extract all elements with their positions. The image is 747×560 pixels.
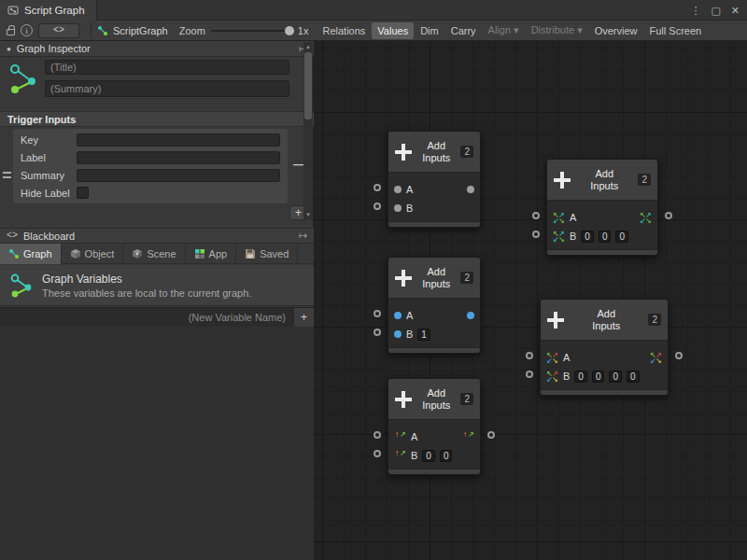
label-input[interactable]	[77, 151, 280, 164]
node-add-inputs[interactable]: Add Inputs 2 A B	[388, 131, 481, 228]
node-add-inputs[interactable]: Add Inputs 2 ↖↗↙↘ A ↖↗↙↘ ↖↗↙↘ B 0 0 0	[546, 159, 658, 256]
input-port-ring[interactable]	[374, 431, 381, 439]
scroll-up-icon[interactable]: ▲	[303, 42, 313, 51]
tab-saved[interactable]: Saved	[236, 244, 298, 264]
align-dropdown-button[interactable]: Align ▾	[483, 21, 525, 39]
output-port-ring[interactable]	[665, 212, 672, 219]
add-variable-button[interactable]: +	[293, 308, 314, 327]
node-count-badge[interactable]: 2	[648, 314, 661, 326]
node-add-inputs[interactable]: Add Inputs 2 ↖↗↙↘ A ↖↗↙↘ ↖↗↙↘ B 0 0 0 0	[540, 299, 669, 396]
output-port-ring[interactable]	[487, 431, 495, 439]
value-input[interactable]: 0	[581, 231, 594, 243]
node-add-inputs[interactable]: Add Inputs 2 A B 1	[388, 257, 481, 354]
gray-port-dot[interactable]	[394, 186, 402, 193]
hide-label-label: Hide Label	[21, 188, 77, 199]
value-input[interactable]: 0	[440, 450, 453, 462]
key-input[interactable]	[77, 133, 280, 147]
inspector-scrollbar[interactable]: ▲ ▼	[303, 42, 313, 219]
node-footer	[388, 469, 480, 474]
node-count-badge[interactable]: 2	[638, 174, 651, 186]
hide-label-checkbox[interactable]	[77, 187, 89, 199]
window-tab-script-graph[interactable]: Script Graph	[0, 0, 97, 21]
window-tab-title: Script Graph	[24, 5, 85, 16]
value-input[interactable]: 0	[592, 371, 605, 383]
pin-icon[interactable]: ↦	[299, 230, 307, 242]
input-port-ring[interactable]	[532, 231, 540, 238]
vector3-icon[interactable]: ↖↗↙↘	[553, 231, 565, 243]
input-port-ring[interactable]	[526, 371, 533, 378]
vector4-icon[interactable]: ↖↗↙↘	[546, 371, 558, 383]
tab-graph[interactable]: Graph	[0, 244, 62, 264]
breadcrumb-label: ScriptGraph	[113, 25, 168, 36]
scroll-down-icon[interactable]: ▼	[303, 210, 313, 219]
node-body: ↖↗↙↘ A ↖↗↙↘ ↖↗↙↘ B 0 0 0	[547, 201, 657, 249]
tab-scene[interactable]: Scene	[123, 244, 185, 264]
distribute-dropdown-button[interactable]: Distribute ▾	[526, 21, 588, 39]
vector3-icon[interactable]: ↖↗↙↘	[553, 212, 565, 224]
input-port-ring[interactable]	[374, 203, 381, 210]
tab-app[interactable]: App	[186, 244, 237, 264]
key-row: Key	[21, 133, 280, 147]
vector2-icon[interactable]: ↑↗	[394, 431, 406, 443]
vector2-icon[interactable]: ↑↗	[394, 450, 406, 462]
graph-summary-input[interactable]	[45, 80, 289, 97]
value-input[interactable]: 0	[609, 371, 622, 383]
port-label: B	[563, 371, 570, 382]
input-port-ring[interactable]	[374, 310, 381, 317]
values-button[interactable]: Values	[372, 22, 414, 39]
gray-port-dot[interactable]	[467, 186, 474, 193]
value-input[interactable]: 0	[574, 371, 587, 383]
value-input[interactable]: 0	[599, 231, 612, 243]
integer-port-dot[interactable]	[394, 330, 402, 338]
input-port-ring[interactable]	[374, 184, 381, 191]
blackboard-tabs: Graph Object Scene	[0, 244, 314, 264]
window-menu-icon[interactable]: ⋮	[690, 5, 700, 17]
reorder-handle-icon[interactable]	[3, 172, 11, 178]
node-count-badge[interactable]: 2	[460, 146, 473, 158]
node-count-badge[interactable]: 2	[460, 272, 473, 284]
input-port-ring[interactable]	[374, 450, 381, 457]
vector3-icon[interactable]: ↖↗↙↘	[640, 212, 652, 224]
summary-input[interactable]	[77, 169, 280, 182]
node-add-inputs[interactable]: Add Inputs 2 ↑↗ A ↑↗ ↑↗ B 0 0	[388, 378, 481, 475]
zoom-slider-handle[interactable]	[285, 26, 294, 35]
input-port-ring[interactable]	[374, 329, 381, 336]
zoom-slider[interactable]	[211, 30, 291, 32]
port-label: B	[406, 203, 413, 214]
node-count-badge[interactable]: 2	[460, 393, 473, 405]
carry-button[interactable]: Carry	[445, 22, 482, 39]
close-icon[interactable]: ✕	[731, 5, 740, 17]
blackboard-header: <> Blackboard ↦	[0, 228, 314, 244]
scrollbar-thumb[interactable]	[304, 52, 312, 119]
vector4-icon[interactable]: ↖↗↙↘	[650, 352, 662, 364]
tab-object[interactable]: Object	[62, 244, 124, 264]
graph-variables-icon	[9, 273, 34, 299]
input-port-ring[interactable]	[532, 212, 540, 219]
graph-canvas[interactable]: Add Inputs 2 A B Add Inputs	[314, 41, 747, 560]
input-port-ring[interactable]	[526, 352, 533, 359]
graph-title-input[interactable]	[45, 60, 289, 75]
relations-button[interactable]: Relations	[317, 22, 371, 39]
port-label: A	[570, 212, 576, 223]
port-row-a: A	[394, 180, 474, 199]
info-icon[interactable]: i	[21, 24, 33, 36]
integer-port-dot[interactable]	[467, 312, 474, 319]
graph-source-button[interactable]: <>	[38, 23, 79, 38]
fullscreen-button[interactable]: Full Screen	[644, 22, 708, 39]
value-input[interactable]: 0	[627, 371, 640, 383]
overview-button[interactable]: Overview	[589, 22, 643, 39]
app-grid-icon	[194, 248, 205, 259]
new-variable-input[interactable]	[0, 308, 293, 327]
lock-icon[interactable]	[7, 29, 15, 35]
gray-port-dot[interactable]	[394, 204, 402, 212]
vector2-icon[interactable]: ↑↗	[462, 431, 474, 443]
dim-button[interactable]: Dim	[415, 22, 444, 39]
value-input[interactable]: 0	[422, 450, 435, 462]
integer-port-dot[interactable]	[394, 312, 402, 319]
vector4-icon[interactable]: ↖↗↙↘	[546, 352, 558, 364]
value-input[interactable]: 0	[615, 231, 628, 243]
breadcrumb[interactable]: ScriptGraph	[97, 25, 168, 36]
maximize-icon[interactable]: ▢	[711, 5, 720, 17]
value-input[interactable]: 1	[417, 329, 430, 341]
output-port-ring[interactable]	[675, 352, 683, 359]
